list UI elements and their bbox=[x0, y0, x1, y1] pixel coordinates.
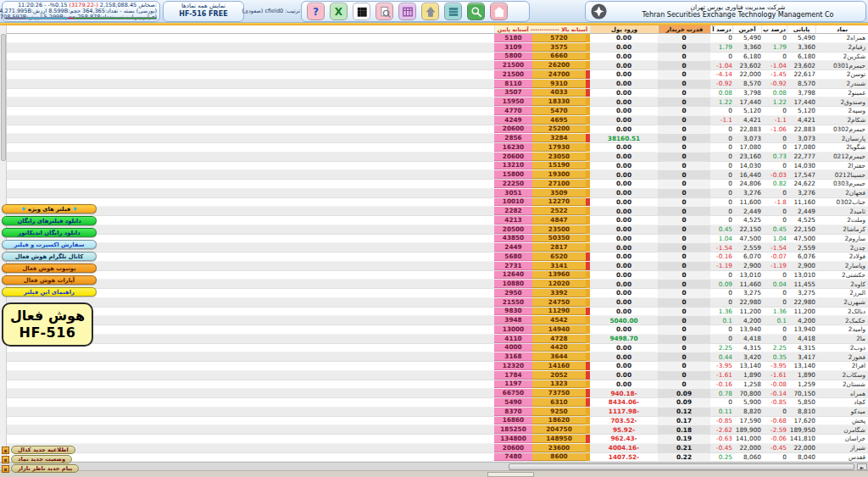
table-row[interactable]: وملت24,52504,525000.0048474213 bbox=[0, 216, 868, 225]
cell-close: 22,150 bbox=[787, 225, 815, 234]
table-row[interactable]: حکشتی213,010013,010000.001396012640 bbox=[0, 271, 868, 280]
table-row[interactable]: همراه70,150-0.1470,8000.780.09-940.18737… bbox=[0, 389, 868, 398]
cell-last: 22,150 bbox=[732, 225, 761, 234]
table-row[interactable]: شیراز22,000-0.4522,000-0.450.21-4004.162… bbox=[0, 444, 868, 453]
grid-icon[interactable] bbox=[353, 3, 370, 20]
table-row[interactable]: دبالک211,2001.3611,2001.3600.00112909830 bbox=[0, 308, 868, 317]
table-row[interactable]: وسکاب21,890-1.611,890-1.6100.0020521784 bbox=[0, 371, 868, 380]
table-row[interactable]: قفدس8,04008,0600.250.22-1407.5286007480 bbox=[0, 453, 868, 463]
list-icon[interactable] bbox=[444, 3, 462, 20]
doc-search-icon[interactable] bbox=[376, 3, 393, 20]
table-row[interactable]: فجهان23,27603,276000.0035093051 bbox=[0, 189, 868, 198]
cell-lower-threshold: 4770 bbox=[494, 107, 532, 115]
close-icon[interactable]: x bbox=[2, 446, 9, 454]
header-pct-close[interactable]: درصد پ bbox=[761, 25, 787, 33]
sidebar-button-yellow[interactable]: راهنمای این فیلتر bbox=[2, 287, 97, 297]
header-buyer-power[interactable]: قدرت خریدار bbox=[658, 25, 710, 33]
table-row[interactable]: خکمک24,2000.14,2000.105040.0045423948 bbox=[0, 316, 868, 325]
resize-handle[interactable] bbox=[487, 472, 534, 477]
table-row[interactable]: وسپه25,12005,120000.0054704770 bbox=[0, 107, 868, 116]
active-filter-panel[interactable]: نمایش همه نمادها HF-516 FREE bbox=[163, 1, 244, 22]
table-row[interactable]: همراه25,49005,490000.0057205180 bbox=[0, 34, 868, 43]
table-row[interactable]: حیمرم021222,7770.7323,160000.00230502060… bbox=[0, 153, 868, 162]
table-row[interactable]: شکام24,421-1.14,421-1.100.0046954249 bbox=[0, 116, 868, 125]
cell-upper-threshold: 3509 bbox=[532, 189, 586, 197]
table-row[interactable]: توسن222,617-1.4522,000-4.1400.0024700215… bbox=[0, 70, 868, 80]
cell-lower-threshold: 20600 bbox=[494, 444, 532, 452]
header-pct-last[interactable]: درصد آ bbox=[710, 25, 732, 33]
sidebar-button-green[interactable]: دانلود فیلترهای رایگان bbox=[2, 216, 97, 225]
cell-money-inflow: 0.00 bbox=[590, 61, 658, 69]
sidebar-button-green[interactable]: دانلود رایگان اندیکاتور bbox=[2, 228, 97, 237]
cell-last: 4,315 bbox=[732, 344, 761, 352]
table-row[interactable]: شگویا217,080017,080000.001793016230 bbox=[0, 143, 868, 153]
table-row[interactable]: افرا213,140-3.9513,140-3.9500.0014160123… bbox=[0, 362, 868, 371]
close-icon[interactable]: x bbox=[2, 456, 9, 463]
table-row[interactable]: کاوه211,4550.0411,4600.0900.001202010880 bbox=[0, 280, 868, 289]
alert-button[interactable]: اطلاعیه جدید کدال bbox=[11, 446, 75, 454]
table-row[interactable]: وامید213,940013,940000.001494013000 bbox=[0, 325, 868, 335]
table-row[interactable]: حسینا021217,547-0.0316,440000.0019300158… bbox=[0, 170, 868, 180]
cell-pct-last: 0 bbox=[710, 325, 732, 334]
alert-button[interactable]: پیام جدید ناظر بازار bbox=[11, 464, 79, 473]
table-row[interactable]: ساروم247,5001.0447,5001.0400.00503504385… bbox=[0, 235, 868, 244]
sidebar-button-cyan2[interactable]: کانال تلگرام هوش فعال bbox=[2, 252, 97, 261]
table-row[interactable]: فخوز23,4170.353,4200.4400.0036443168 bbox=[0, 352, 868, 362]
table-row[interactable]: میدکو8,81008,8200.110.12-1117.9892508370 bbox=[0, 408, 868, 417]
horizontal-scrollbar[interactable]: ► bbox=[0, 462, 868, 470]
table-row[interactable]: حیمرم030123,602-1.0423,602-1.0400.002620… bbox=[0, 61, 868, 70]
vertical-scrollbar-thumb[interactable] bbox=[1, 34, 6, 161]
table-row[interactable]: شگامرن189,950-2.59189,900-2.620.18-95.92… bbox=[0, 425, 868, 435]
cell-symbol: شبندر2 bbox=[815, 80, 868, 88]
cell-lower-threshold: 3507 bbox=[494, 89, 532, 97]
cell-close: 2,449 bbox=[787, 207, 815, 215]
arrow-up-icon[interactable] bbox=[421, 3, 439, 20]
table-row[interactable]: پخش17,620-0.6817,590-0.850.17-703.521862… bbox=[0, 417, 868, 426]
header-money-inflow[interactable]: ورود پول bbox=[590, 25, 658, 33]
close-icon[interactable]: x bbox=[2, 465, 9, 473]
header-close[interactable]: پایانی bbox=[787, 25, 815, 33]
table-row[interactable]: کچاد5,850-0.855,90000.09-8434.0663105490 bbox=[0, 398, 868, 408]
cell-close: 4,200 bbox=[787, 316, 815, 324]
header-thresholds[interactable]: آستانه بالا ------------- آستانه پایین bbox=[494, 25, 590, 33]
table-row[interactable]: فولاد26,076-0.076,070-0.1600.0065205680 bbox=[0, 252, 868, 262]
cell-upper-threshold: 25200 bbox=[532, 125, 586, 134]
sidebar-button-amber[interactable]: ♦فیلتر های ویژه♦ bbox=[2, 204, 97, 214]
table-row[interactable]: وصندوق217,4401.2217,4401.2200.0018330159… bbox=[0, 97, 868, 107]
excel-icon[interactable]: X bbox=[330, 3, 348, 20]
table-row[interactable]: البرز23,27503,275000.0033922950 bbox=[0, 289, 868, 298]
table-row[interactable]: شبهرن222,980022,980000.002475021550 bbox=[0, 298, 868, 308]
table-row[interactable]: شکرین26,18006,180000.0066605800 bbox=[0, 53, 868, 62]
table-row[interactable]: ثامید22,44902,449000.0025222282 bbox=[0, 207, 868, 216]
horizontal-scrollbar-thumb[interactable] bbox=[509, 463, 854, 470]
table-row[interactable]: شبندر28,570-0.928,570-0.9200.0093108110 bbox=[0, 80, 868, 89]
table-row[interactable]: کرماشا222,1500.4522,1500.4500.0023500205… bbox=[0, 225, 868, 235]
header-symbol[interactable]: نماد bbox=[815, 25, 868, 33]
alert-button[interactable]: وضعیت جدید نماد bbox=[11, 455, 72, 463]
help-icon[interactable]: ? bbox=[307, 3, 325, 20]
sidebar-button-orange[interactable]: یوتیوب هوش فعال bbox=[2, 263, 97, 273]
table-row[interactable]: پارسیان23,07303,0730038160.5132842856 bbox=[0, 134, 868, 143]
table-row[interactable]: خراسان141,810-0.06141,000-0.630.19-962.4… bbox=[0, 435, 868, 444]
cell-upper-threshold: 204750 bbox=[532, 425, 586, 434]
table-row[interactable]: شستان21,259-0.081,258-0.1600.0013231197 bbox=[0, 380, 868, 390]
table-row[interactable]: چدن22,559-1.542,559-1.5400.0028172449 bbox=[0, 243, 868, 252]
table-row[interactable]: حیمرم030324,6220.8224,806000.00271002225… bbox=[0, 180, 868, 189]
table-icon[interactable] bbox=[398, 3, 416, 20]
table-row[interactable]: وپاسار22,900-1.192,900-1.1900.0031412731 bbox=[0, 262, 868, 271]
table-row[interactable]: حفترا214,030014,030000.001519013210 bbox=[0, 162, 868, 171]
table-row[interactable]: حناب030211,160-1.811,600000.001227010010 bbox=[0, 198, 868, 208]
search-icon[interactable] bbox=[467, 3, 485, 20]
home-icon[interactable] bbox=[490, 3, 508, 20]
table-row[interactable]: حیمرم030222,883-1.0622,883000.0025200206… bbox=[0, 125, 868, 135]
table-row[interactable]: غمینو23,7980.083,7980.0800.0040333507 bbox=[0, 89, 868, 98]
sidebar-button-cyan[interactable]: سفارش اکسپرت و فیلتر bbox=[2, 240, 97, 249]
header-last[interactable]: آخرین bbox=[732, 25, 761, 33]
cell-lower-threshold: 21500 bbox=[494, 61, 532, 69]
table-row[interactable]: ما24,41804,418009498.7047284110 bbox=[0, 335, 868, 344]
sidebar-button-orange[interactable]: آپارات هوش فعال bbox=[2, 275, 97, 285]
table-row[interactable]: ذوب24,3152.254,3152.2500.0044204000 bbox=[0, 344, 868, 353]
scroll-right-arrow-icon[interactable]: ► bbox=[857, 463, 867, 470]
table-row[interactable]: زقیام23,3601.793,3601.7900.0035753109 bbox=[0, 43, 868, 53]
cell-pct-close: 0 bbox=[761, 143, 787, 152]
